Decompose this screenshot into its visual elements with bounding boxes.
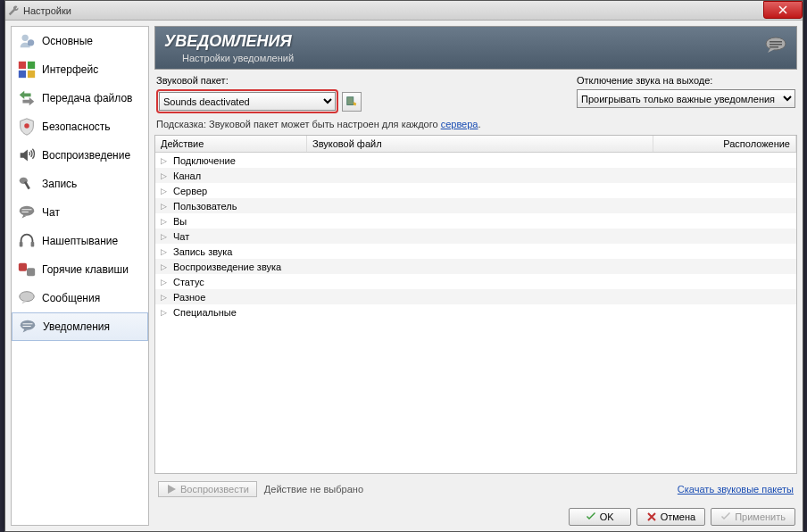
panel-title: УВЕДОМЛЕНИЯ (164, 32, 294, 51)
panel-header: УВЕДОМЛЕНИЯ Настройки уведомлений (154, 26, 797, 70)
sidebar-item-hotkeys[interactable]: Горячие клавиши (12, 255, 148, 284)
tree-row[interactable]: ▷Чат (155, 229, 796, 244)
tree-row[interactable]: ▷Сервер (155, 183, 796, 198)
shield-icon (17, 117, 37, 137)
window-body: Основные Интерфейс Передача файлов Безоп… (5, 21, 803, 531)
tree-row[interactable]: ▷Подключение (155, 153, 796, 168)
tree-row[interactable]: ▷Вы (155, 213, 796, 229)
mute-select[interactable]: Проигрывать только важные уведомления (577, 89, 795, 108)
expand-icon[interactable]: ▷ (161, 156, 171, 165)
notification-icon (18, 317, 37, 337)
sidebar-item-playback[interactable]: Воспроизведение (12, 141, 148, 170)
sidebar-item-whisper[interactable]: Нашептывание (12, 227, 148, 255)
download-packs-link[interactable]: Скачать звуковые пакеты (678, 484, 794, 495)
ok-button[interactable]: OK (569, 508, 631, 526)
action-status: Действие не выбрано (264, 484, 363, 495)
controls-row: Звуковой пакет: Sounds deactivated От (154, 73, 797, 113)
expand-icon[interactable]: ▷ (161, 171, 171, 180)
tree-row[interactable]: ▷Специальные (155, 304, 796, 320)
sidebar-item-record[interactable]: Запись (12, 170, 148, 198)
svg-rect-10 (22, 209, 32, 210)
mute-label: Отключение звука на выходе: (577, 75, 795, 86)
server-link[interactable]: сервера (441, 119, 478, 129)
expand-icon[interactable]: ▷ (161, 232, 171, 241)
wrench-icon (7, 4, 20, 17)
hint-text: Подсказка: Звуковой пакет может быть нас… (154, 117, 797, 131)
col-location-header[interactable]: Расположение (653, 136, 796, 152)
svg-point-1 (28, 39, 34, 46)
chat-icon (17, 203, 37, 222)
svg-rect-15 (27, 268, 35, 276)
bottom-bar: Воспроизвести Действие не выбрано Скачат… (154, 478, 797, 501)
sidebar-item-label: Сообщения (42, 292, 100, 304)
tree-row[interactable]: ▷Разное (155, 289, 796, 304)
close-button[interactable] (763, 1, 803, 19)
sound-pack-select[interactable]: Sounds deactivated (159, 92, 336, 111)
svg-point-9 (20, 206, 35, 216)
expand-icon[interactable]: ▷ (161, 247, 171, 256)
svg-rect-12 (20, 242, 23, 247)
svg-point-0 (22, 35, 29, 41)
expand-icon[interactable]: ▷ (161, 293, 171, 302)
microphone-icon (17, 174, 37, 194)
sidebar-item-label: Уведомления (43, 320, 110, 333)
svg-rect-5 (28, 71, 35, 78)
expand-icon[interactable]: ▷ (161, 202, 171, 211)
svg-rect-4 (19, 71, 26, 78)
titlebar[interactable]: Настройки (5, 1, 803, 21)
main-panel: УВЕДОМЛЕНИЯ Настройки уведомлений Звуков… (154, 26, 797, 526)
col-sound-header[interactable]: Звуковой файл (307, 136, 653, 152)
sidebar-item-label: Основные (42, 35, 93, 47)
sound-pack-label: Звуковой пакет: (156, 75, 362, 86)
settings-window: Настройки Основные Интерфейс Передача фа… (4, 0, 803, 532)
expand-icon[interactable]: ▷ (161, 278, 171, 287)
sidebar-item-chat[interactable]: Чат (12, 198, 148, 227)
sidebar-item-label: Передача файлов (42, 92, 133, 104)
sidebar-item-label: Воспроизведение (42, 149, 130, 162)
sidebar-item-label: Запись (42, 178, 77, 190)
window-title: Настройки (23, 5, 801, 16)
sidebar-item-label: Безопасность (42, 121, 111, 133)
transfer-icon (17, 88, 37, 108)
expand-icon[interactable]: ▷ (161, 308, 171, 317)
sidebar-item-label: Интерфейс (42, 63, 98, 76)
tree-header: Действие Звуковой файл Расположение (155, 136, 796, 153)
apply-button[interactable]: Применить (711, 508, 795, 526)
sidebar-item-notifications[interactable]: Уведомления (12, 312, 148, 341)
tree-row[interactable]: ▷Запись звука (155, 244, 796, 259)
sidebar-item-file-transfer[interactable]: Передача файлов (12, 84, 148, 112)
sidebar-item-general[interactable]: Основные (12, 27, 148, 55)
action-tree: Действие Звуковой файл Расположение ▷Под… (154, 135, 797, 474)
svg-rect-3 (28, 62, 35, 69)
person-icon (17, 31, 37, 51)
sidebar: Основные Интерфейс Передача файлов Безоп… (11, 26, 149, 526)
svg-rect-19 (23, 326, 31, 327)
svg-point-6 (24, 123, 29, 129)
tree-row[interactable]: ▷Воспроизведение звука (155, 259, 796, 274)
col-action-header[interactable]: Действие (155, 136, 307, 152)
expand-icon[interactable]: ▷ (161, 187, 171, 195)
svg-point-16 (20, 292, 35, 302)
svg-rect-22 (770, 44, 782, 46)
sidebar-item-interface[interactable]: Интерфейс (12, 55, 148, 84)
grid-icon (17, 60, 37, 79)
button-row: OK Отмена Применить (154, 504, 797, 526)
tree-row[interactable]: ▷Канал (155, 168, 796, 183)
expand-icon[interactable]: ▷ (161, 217, 171, 226)
svg-rect-24 (347, 96, 354, 104)
sidebar-item-security[interactable]: Безопасность (12, 112, 148, 141)
tree-row[interactable]: ▷Пользователь (155, 198, 796, 213)
sidebar-item-label: Горячие клавиши (42, 263, 129, 276)
cancel-button[interactable]: Отмена (636, 508, 705, 526)
sound-pack-settings-button[interactable] (342, 92, 362, 112)
sidebar-item-messages[interactable]: Сообщения (12, 284, 148, 312)
svg-rect-13 (31, 242, 35, 247)
expand-icon[interactable]: ▷ (161, 262, 171, 271)
svg-rect-18 (23, 323, 33, 324)
svg-rect-2 (19, 62, 26, 69)
tree-body[interactable]: ▷Подключение ▷Канал ▷Сервер ▷Пользовател… (155, 153, 796, 473)
svg-rect-8 (24, 181, 30, 189)
play-button[interactable]: Воспроизвести (158, 481, 257, 497)
svg-rect-11 (22, 212, 29, 212)
tree-row[interactable]: ▷Статус (155, 274, 796, 289)
